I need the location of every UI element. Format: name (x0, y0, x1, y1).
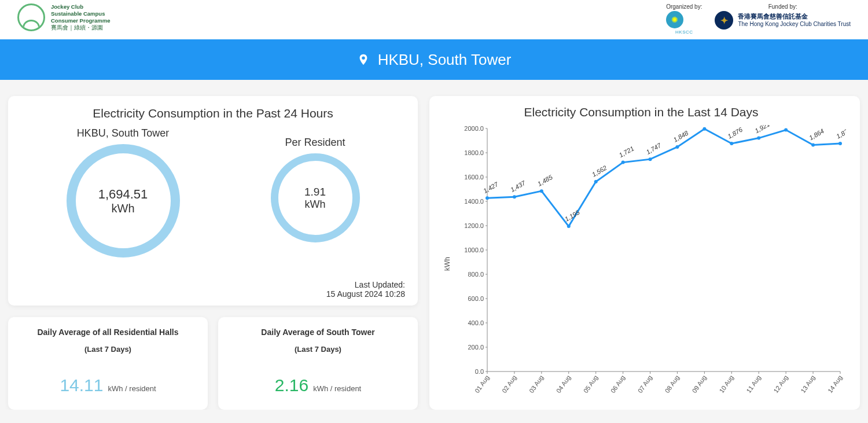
avg-all-unit: kWh / resident (108, 384, 156, 393)
svg-text:1600.0: 1600.0 (464, 174, 484, 181)
svg-text:1,427: 1,427 (482, 180, 500, 194)
svg-text:1,437: 1,437 (509, 179, 527, 193)
avg-tower-title: Daily Average of South Tower (224, 328, 412, 337)
gauge-total-value: 1,694.51 (98, 187, 148, 202)
svg-text:1,721: 1,721 (618, 145, 635, 159)
avg-all-subtitle: (Last 7 Days) (14, 345, 202, 354)
hkscc-logo-icon: ✺ (666, 11, 683, 28)
jockey-club-logo-icon: ✦ (715, 11, 733, 30)
jc-line-cn: 香港賽馬會慈善信託基金 (738, 13, 851, 20)
svg-point-56 (540, 189, 543, 193)
svg-text:1,876: 1,876 (835, 126, 846, 140)
gauge-total-ring: 1,694.51 kWh (67, 144, 180, 258)
card-avg-all-halls: Daily Average of all Residential Halls (… (8, 317, 208, 410)
svg-text:07 Aug: 07 Aug (637, 374, 653, 394)
svg-text:1000.0: 1000.0 (464, 247, 484, 253)
avg-tower-unit: kWh / resident (313, 384, 361, 393)
svg-text:09 Aug: 09 Aug (691, 374, 708, 394)
brand-line2: Sustainable Campus (51, 10, 110, 17)
svg-text:11 Aug: 11 Aug (745, 374, 762, 394)
organized-by-label: Organized by: (666, 3, 702, 10)
programme-logo-icon (17, 3, 45, 31)
card-24h-title: Electricity Consumption in the Past 24 H… (21, 106, 405, 120)
svg-text:03 Aug: 03 Aug (528, 374, 545, 394)
svg-text:1200.0: 1200.0 (464, 222, 484, 229)
avg-all-value: 14.11 (60, 376, 103, 395)
brand-block: Jockey Club Sustainable Campus Consumer … (17, 3, 110, 31)
brand-line-cn: 賽馬會｜綠續・源園 (51, 24, 110, 31)
last-updated-value: 15 August 2024 10:28 (326, 289, 405, 299)
content-area: Electricity Consumption in the Past 24 H… (0, 80, 868, 410)
brand-line3: Consumer Programme (51, 17, 110, 24)
jockey-club-text: 香港賽馬會慈善信託基金 The Hong Kong Jockey Club Ch… (738, 13, 851, 27)
sponsor-funded: Funded by: ✦ 香港賽馬會慈善信託基金 The Hong Kong J… (715, 3, 851, 35)
sponsors-block: Organized by: ✺ HKSCC Funded by: ✦ 香港賽馬會… (666, 3, 851, 35)
svg-text:08 Aug: 08 Aug (664, 374, 681, 394)
right-column: Electricity Consumption in the Last 14 D… (429, 96, 860, 410)
hkscc-caption: HKSCC (666, 30, 702, 35)
svg-text:10 Aug: 10 Aug (718, 374, 734, 394)
svg-text:05 Aug: 05 Aug (582, 374, 599, 394)
svg-text:12 Aug: 12 Aug (772, 374, 789, 394)
svg-text:14 Aug: 14 Aug (826, 374, 843, 394)
svg-point-68 (703, 127, 706, 131)
svg-point-78 (838, 142, 842, 145)
avg-tower-subtitle: (Last 7 Days) (224, 345, 412, 354)
svg-text:1,485: 1,485 (536, 173, 554, 187)
svg-text:2000.0: 2000.0 (464, 125, 484, 132)
svg-text:0.0: 0.0 (475, 368, 484, 375)
svg-point-66 (675, 145, 679, 149)
svg-text:1800.0: 1800.0 (464, 149, 484, 156)
gauge-total: HKBU, South Tower 1,694.51 kWh (67, 127, 180, 258)
svg-text:400.0: 400.0 (468, 319, 484, 326)
gauge-total-unit: kWh (112, 202, 135, 215)
svg-point-54 (513, 195, 516, 198)
location-pin-icon (357, 52, 370, 68)
svg-point-70 (730, 142, 733, 145)
svg-text:01 Aug: 01 Aug (473, 374, 490, 394)
card-past-24h: Electricity Consumption in the Past 24 H… (8, 96, 418, 306)
card-avg-south-tower: Daily Average of South Tower (Last 7 Day… (218, 317, 418, 410)
last-updated-label: Last Updated: (326, 280, 405, 289)
location-title: HKBU, South Tower (378, 51, 512, 69)
chart-title: Electricity Consumption in the Last 14 D… (436, 105, 846, 119)
last-updated: Last Updated: 15 August 2024 10:28 (326, 280, 405, 299)
svg-text:13 Aug: 13 Aug (799, 374, 816, 394)
card-chart-14days: Electricity Consumption in the Last 14 D… (429, 96, 860, 410)
gauge-resident-value: 1.91 (304, 186, 326, 198)
gauge-per-resident: Per Resident 1.91 kWh (271, 137, 360, 242)
svg-text:1,921: 1,921 (753, 125, 771, 134)
brand-text: Jockey Club Sustainable Campus Consumer … (51, 3, 110, 31)
jc-line-en: The Hong Kong Jockey Club Charities Trus… (738, 21, 851, 28)
svg-text:02 Aug: 02 Aug (501, 374, 517, 394)
avg-tower-value: 2.16 (275, 376, 308, 395)
gauge-resident-title: Per Resident (271, 137, 360, 149)
svg-text:06 Aug: 06 Aug (609, 374, 626, 394)
svg-text:1,876: 1,876 (726, 126, 744, 140)
svg-text:600.0: 600.0 (468, 295, 484, 302)
svg-point-76 (811, 144, 815, 147)
chart-ylabel: kWh (443, 257, 451, 271)
sponsor-organized: Organized by: ✺ HKSCC (666, 3, 702, 35)
svg-point-58 (567, 225, 571, 228)
svg-text:200.0: 200.0 (468, 344, 484, 351)
svg-text:1,747: 1,747 (645, 141, 663, 156)
svg-text:04 Aug: 04 Aug (555, 374, 572, 394)
top-bar: Jockey Club Sustainable Campus Consumer … (0, 0, 868, 39)
svg-point-52 (486, 196, 489, 200)
chart-area: kWh 0.0200.0400.0600.0800.01000.01200.01… (458, 125, 846, 403)
gauge-total-title: HKBU, South Tower (67, 127, 180, 139)
svg-text:1,988: 1,988 (781, 125, 799, 126)
left-column: Electricity Consumption in the Past 24 H… (8, 96, 418, 410)
svg-text:1400.0: 1400.0 (464, 198, 484, 205)
funded-by-label: Funded by: (715, 3, 851, 10)
svg-text:800.0: 800.0 (468, 271, 484, 278)
location-titlebar: HKBU, South Tower (0, 39, 868, 80)
svg-text:1,864: 1,864 (808, 127, 825, 141)
svg-point-74 (784, 128, 788, 132)
svg-point-72 (757, 137, 760, 140)
averages-row: Daily Average of all Residential Halls (… (8, 317, 418, 410)
svg-point-64 (649, 157, 652, 161)
svg-point-60 (594, 180, 598, 183)
line-chart-svg: 0.0200.0400.0600.0800.01000.01200.01400.… (458, 125, 846, 403)
